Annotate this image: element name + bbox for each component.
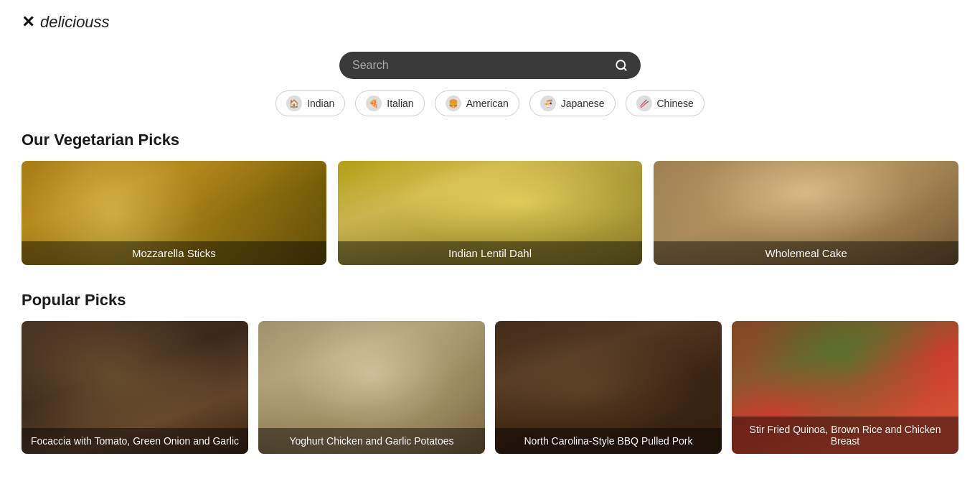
search-button[interactable]: [615, 59, 628, 72]
italian-label: Italian: [387, 98, 413, 109]
popular-card-bbq[interactable]: North Carolina-Style BBQ Pulled Pork: [495, 321, 722, 454]
american-label: American: [466, 98, 509, 109]
search-icon: [615, 59, 628, 72]
search-input[interactable]: [352, 59, 608, 72]
vegetarian-title: Our Vegetarian Picks: [0, 131, 980, 149]
filter-chinese[interactable]: 🥢 Chinese: [626, 90, 705, 116]
japanese-label: Japanese: [561, 98, 605, 109]
popular-section: Popular Picks Focaccia with Tomato, Gree…: [0, 291, 980, 454]
veg-card-label-lentil: Indian Lentil Dahl: [338, 241, 643, 265]
popular-card-label-focaccia: Focaccia with Tomato, Green Onion and Ga…: [22, 428, 248, 454]
popular-grid: Focaccia with Tomato, Green Onion and Ga…: [0, 321, 980, 454]
indian-icon: 🏠: [286, 96, 302, 111]
logo-icon: ✕: [22, 13, 34, 32]
search-bar: [339, 52, 641, 79]
logo-text: deliciouss: [40, 13, 110, 32]
filter-italian[interactable]: 🍕 Italian: [355, 90, 424, 116]
popular-card-yoghurt[interactable]: Yoghurt Chicken and Garlic Potatoes: [258, 321, 485, 454]
popular-title: Popular Picks: [0, 291, 980, 310]
vegetarian-section: Our Vegetarian Picks Mozzarella Sticks I…: [0, 131, 980, 265]
veg-grid: Mozzarella Sticks Indian Lentil Dahl Who…: [0, 161, 980, 265]
filter-american[interactable]: 🍔 American: [435, 90, 519, 116]
veg-card-label-cake: Wholemeal Cake: [654, 241, 958, 265]
veg-card-label-mozzarella: Mozzarella Sticks: [22, 241, 326, 265]
veg-card-lentil[interactable]: Indian Lentil Dahl: [338, 161, 643, 265]
veg-card-cake[interactable]: Wholemeal Cake: [654, 161, 958, 265]
japanese-icon: 🍜: [540, 96, 556, 111]
search-section: 🏠 Indian 🍕 Italian 🍔 American 🍜 Japanese…: [0, 52, 980, 116]
filter-indian[interactable]: 🏠 Indian: [275, 90, 345, 116]
popular-card-focaccia[interactable]: Focaccia with Tomato, Green Onion and Ga…: [22, 321, 248, 454]
popular-card-label-bbq: North Carolina-Style BBQ Pulled Pork: [495, 428, 722, 454]
logo[interactable]: ✕ deliciouss: [22, 13, 110, 32]
indian-label: Indian: [307, 98, 334, 109]
filter-japanese[interactable]: 🍜 Japanese: [529, 90, 616, 116]
veg-card-mozzarella[interactable]: Mozzarella Sticks: [22, 161, 326, 265]
chinese-label: Chinese: [657, 98, 694, 109]
popular-card-label-yoghurt: Yoghurt Chicken and Garlic Potatoes: [258, 428, 485, 454]
popular-card-quinoa[interactable]: Stir Fried Quinoa, Brown Rice and Chicke…: [732, 321, 958, 454]
american-icon: 🍔: [446, 96, 461, 111]
filters: 🏠 Indian 🍕 Italian 🍔 American 🍜 Japanese…: [275, 90, 705, 116]
svg-line-1: [623, 68, 626, 70]
italian-icon: 🍕: [366, 96, 382, 111]
popular-card-label-quinoa: Stir Fried Quinoa, Brown Rice and Chicke…: [732, 417, 958, 454]
chinese-icon: 🥢: [636, 96, 652, 111]
header: ✕ deliciouss: [0, 0, 980, 45]
